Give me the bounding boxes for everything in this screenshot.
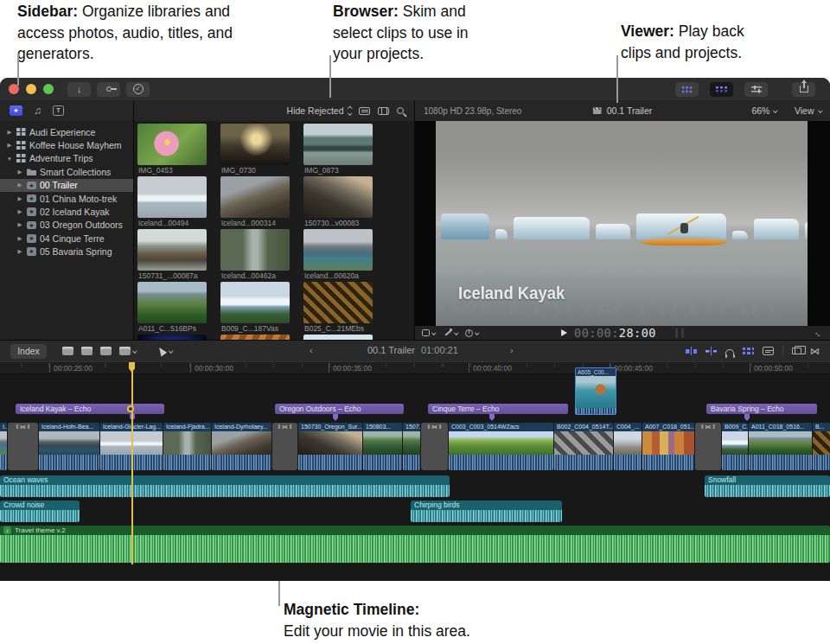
view-dropdown[interactable]: View	[795, 105, 814, 116]
connect-edit-icon[interactable]	[62, 347, 73, 355]
video-clip[interactable]: Iceland-Dyrholaey...	[212, 423, 271, 470]
sidebar-item[interactable]: ▶★04 Cinque Terre	[0, 232, 133, 245]
audio-clip[interactable]: Crowd noise	[0, 501, 80, 522]
zoom-button[interactable]	[43, 84, 54, 94]
browser-clip[interactable]: IMG_0453	[137, 124, 212, 175]
sidebar-item[interactable]: ▶★01 China Moto-trek	[0, 192, 133, 205]
share-button[interactable]	[792, 82, 815, 97]
video-clip[interactable]: Iceland-Hofn-Bea...	[39, 423, 99, 470]
trim-icon[interactable]	[686, 347, 697, 355]
browser-clip[interactable]: Iceland...00494	[137, 176, 212, 228]
title-clip[interactable]: Cinque Terre – Echo	[428, 404, 568, 414]
expand-icon[interactable]: ↔	[813, 327, 826, 340]
connected-clip[interactable]: A605_C00...	[575, 367, 616, 415]
filmstrip-icon[interactable]	[378, 107, 389, 115]
disclosure-triangle-icon[interactable]: ▶	[16, 221, 23, 228]
sidebar-item[interactable]: ▶Audi Experience	[0, 125, 133, 138]
browser-clip[interactable]: B025_C...21MEbs	[303, 282, 378, 334]
next-project-button[interactable]: ›	[510, 345, 514, 355]
zoom-level-dropdown[interactable]: 66%	[751, 105, 769, 116]
skimming-icon[interactable]	[743, 348, 754, 355]
browser-clip[interactable]: A011_C...516BPs	[137, 282, 212, 334]
sidebar-item[interactable]: ▶Koffee House Mayhem	[0, 138, 133, 151]
disclosure-triangle-icon[interactable]: ▶	[16, 195, 23, 202]
disclosure-triangle-icon[interactable]: ▶	[16, 182, 23, 188]
browser-clip[interactable]: 150730...v00083	[303, 176, 378, 228]
title-clip[interactable]: Bavaria Spring – Echo	[706, 404, 817, 414]
browser-clip[interactable]: 150731_...00087a	[137, 229, 212, 281]
video-clip[interactable]: I...	[0, 423, 7, 470]
transition-clip[interactable]: ‖⋈‖	[272, 423, 297, 470]
title-clip[interactable]: Oregon Outdoors – Echo	[275, 404, 404, 414]
video-clip[interactable]: C004_...	[614, 423, 642, 470]
music-clip[interactable]: ♪ Travel theme v.2	[0, 526, 830, 563]
video-clip[interactable]: 150803...	[363, 423, 402, 470]
enhancements-button[interactable]	[444, 328, 458, 337]
minimize-button[interactable]	[26, 84, 36, 94]
audio-clip[interactable]: Ocean waves	[0, 475, 450, 497]
retime-button[interactable]	[465, 329, 479, 337]
stack-icon[interactable]	[792, 348, 801, 354]
timeline-ruler[interactable]: 00:00:25:0000:00:30:0000:00:35:0000:00:4…	[0, 361, 830, 373]
audio-clip[interactable]: Chirping birds	[411, 501, 562, 522]
disclosure-triangle-icon[interactable]: ▶	[6, 142, 13, 149]
video-clip[interactable]: B009_C...	[722, 423, 748, 470]
video-clip[interactable]: C003_C003_0514WZacs	[449, 423, 553, 470]
disclosure-triangle-icon[interactable]: ▶	[16, 248, 23, 255]
background-tasks-button[interactable]: ✓	[126, 82, 150, 97]
browser-clip[interactable]: Iceland...000314	[220, 176, 295, 228]
append-edit-icon[interactable]	[100, 347, 112, 355]
browser-clip[interactable]: IMG_0730	[220, 124, 295, 175]
crop-button[interactable]	[422, 329, 436, 336]
disclosure-triangle-icon[interactable]: ▼	[6, 156, 13, 162]
filter-stepper-icon[interactable]	[348, 107, 352, 114]
disclosure-triangle-icon[interactable]: ▶	[6, 129, 13, 136]
browser-clip[interactable]: IMG_0873	[303, 124, 378, 175]
video-clip[interactable]: 1507...	[403, 423, 420, 470]
browser-toggle-button[interactable]	[675, 82, 699, 97]
sidebar-item[interactable]: ▶★02 Iceland Kayak	[0, 205, 133, 218]
video-clip[interactable]: A011_C018_0516...	[749, 423, 812, 470]
inspector-button[interactable]	[744, 82, 768, 97]
filter-dropdown[interactable]: Hide Rejected	[287, 105, 344, 116]
index-button[interactable]: Index	[10, 344, 47, 359]
keyword-button[interactable]	[97, 82, 120, 97]
playhead[interactable]	[131, 362, 133, 564]
import-button[interactable]: ↓	[67, 82, 91, 97]
browser-clip[interactable]: Iceland...00620a	[303, 229, 378, 281]
titles-icon[interactable]: T	[53, 105, 64, 116]
browser-clip[interactable]: Iceland...00462a	[220, 229, 295, 281]
solo-icon[interactable]	[725, 349, 734, 355]
clip-appearance-icon[interactable]	[359, 107, 370, 115]
sidebar-item[interactable]: ▶★00 Trailer	[0, 179, 133, 192]
title-clip[interactable]: Iceland Kayak – Echo	[16, 404, 164, 414]
video-clip[interactable]: A007_C018_051...	[642, 423, 694, 470]
search-icon[interactable]	[397, 107, 404, 114]
transition-clip[interactable]: ‖⋈‖	[695, 423, 721, 470]
disclosure-triangle-icon[interactable]: ▶	[16, 235, 23, 242]
sidebar-item[interactable]: ▶★03 Oregon Outdoors	[0, 219, 133, 232]
viewer-video[interactable]: ICELAND KAYAK Iceland Kayak	[436, 121, 808, 326]
sidebar-item[interactable]: ▶Smart Collections	[0, 165, 133, 178]
sidebar-item[interactable]: ▶★05 Bavaria Spring	[0, 245, 133, 258]
transition-clip[interactable]: ‖⋈‖	[8, 423, 38, 470]
media-icon[interactable]: ★	[10, 105, 22, 116]
sidebar-item[interactable]: ▼Adventure Trips	[0, 152, 133, 165]
previous-project-button[interactable]: ‹	[310, 345, 313, 355]
audio-clip[interactable]: Snowfall	[705, 475, 830, 497]
audio-icon[interactable]: ♫	[34, 105, 42, 116]
browser-clip[interactable]: B009_C...187Vas	[220, 282, 295, 334]
video-clip[interactable]: 150730_Oregon_Sur...	[298, 423, 362, 470]
av-output-icon[interactable]: ⋈	[810, 347, 820, 355]
transition-clip[interactable]: ‖⋈‖	[421, 423, 448, 470]
insert-edit-icon[interactable]	[81, 347, 93, 355]
snap-icon[interactable]	[706, 347, 717, 355]
disclosure-triangle-icon[interactable]: ▶	[16, 169, 23, 175]
overwrite-edit-button[interactable]	[119, 347, 137, 355]
video-clip[interactable]: B...	[813, 423, 830, 470]
audio-meters[interactable]	[675, 328, 684, 338]
tool-menu[interactable]	[144, 347, 173, 355]
play-icon[interactable]	[561, 329, 567, 336]
timeline-toggle-button[interactable]	[710, 82, 733, 97]
effects-icon[interactable]	[763, 347, 774, 355]
